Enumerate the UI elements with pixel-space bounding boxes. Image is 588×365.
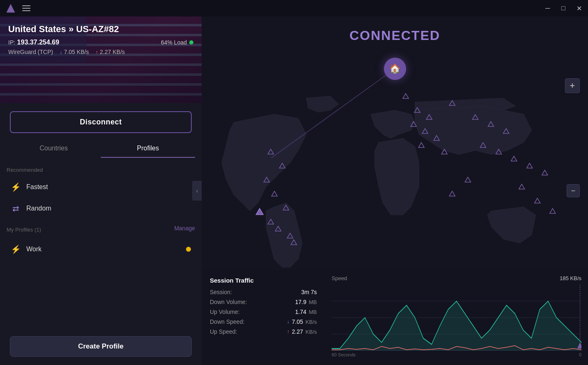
speed-chart-label: Speed: [332, 275, 347, 281]
up-arrow-icon: ↑: [95, 49, 98, 55]
create-profile-button[interactable]: Create Profile: [10, 336, 192, 357]
svg-marker-12: [411, 122, 416, 126]
svg-marker-0: [7, 4, 15, 13]
svg-marker-6: [283, 205, 289, 210]
title-bar: ─ □ ✕: [0, 0, 588, 16]
down-speed-value-container: ↓ 7.05 KB/s: [287, 318, 317, 325]
svg-marker-7: [268, 219, 274, 224]
protocol-label: WireGuard (TCP): [8, 49, 53, 55]
server-title: United States » US-AZ#82: [8, 24, 193, 35]
disconnect-section: Disconnect: [0, 103, 202, 140]
up-speed-label: Up Speed:: [210, 328, 237, 335]
left-panel: United States » US-AZ#82 IP: 193.37.254.…: [0, 16, 202, 365]
speed-chart-header: Speed 185 KB/s: [332, 275, 581, 281]
svg-marker-33: [291, 240, 297, 245]
logo-icon: [5, 2, 16, 14]
zoom-in-button[interactable]: +: [565, 78, 580, 93]
speed-max-value: 185 KB/s: [560, 275, 581, 281]
zoom-out-button[interactable]: −: [567, 184, 580, 197]
close-button[interactable]: ✕: [575, 4, 583, 12]
work-label: Work: [26, 246, 42, 253]
svg-marker-32: [275, 226, 281, 231]
up-speed-value: 2.27 KB/s: [100, 49, 125, 55]
server-marker-as6: [511, 156, 517, 163]
up-speed-arrow-icon: ↑: [287, 329, 289, 335]
session-stats: Session Traffic Session: 3m 7s Down Volu…: [202, 270, 325, 365]
manage-link[interactable]: Manage: [174, 225, 195, 232]
svg-marker-16: [442, 149, 447, 154]
load-dot: [189, 40, 193, 44]
svg-marker-22: [511, 156, 517, 161]
random-item[interactable]: ⇄ Random: [7, 199, 195, 218]
tab-profiles[interactable]: Profiles: [101, 140, 195, 158]
right-panel: CONNECTED 🏠: [202, 16, 588, 365]
session-value: 3m 7s: [301, 289, 317, 295]
svg-marker-2: [268, 149, 274, 154]
down-speed-unit: KB/s: [306, 319, 317, 325]
server-marker-eu7: [418, 142, 425, 150]
up-speed-stat-value: 2.27: [292, 328, 303, 335]
fastest-item[interactable]: ⚡ Fastest: [7, 177, 195, 197]
fastest-label: Fastest: [26, 183, 48, 191]
fastest-icon: ⚡: [11, 182, 21, 192]
title-bar-left: [5, 2, 30, 14]
svg-marker-21: [496, 149, 502, 154]
svg-marker-29: [535, 198, 540, 203]
down-volume-unit: MB: [309, 299, 317, 305]
hamburger-icon[interactable]: [22, 5, 30, 11]
svg-marker-19: [503, 129, 509, 133]
time-60s-label: 60 Seconds: [332, 352, 356, 357]
server-marker-2: [279, 163, 286, 170]
flag-header: United States » US-AZ#82 IP: 193.37.254.…: [0, 16, 202, 103]
svg-marker-10: [414, 108, 420, 112]
svg-marker-4: [264, 177, 270, 182]
chart-area: [332, 285, 581, 351]
up-speed-value-container: ↑ 2.27 KB/s: [287, 328, 317, 335]
svg-marker-13: [422, 129, 428, 133]
svg-marker-15: [418, 143, 424, 147]
server-marker-eu4: [410, 121, 417, 129]
svg-marker-5: [272, 191, 277, 196]
svg-marker-9: [403, 94, 409, 98]
svg-marker-18: [488, 122, 494, 126]
load-label: 64% Load: [161, 39, 187, 46]
maximize-button[interactable]: □: [559, 4, 567, 12]
up-volume-value-container: 1.74 MB: [295, 309, 317, 315]
work-profile-item[interactable]: ⚡ Work: [7, 239, 195, 259]
down-speed-item: ↓ 7.05 KB/s: [60, 49, 89, 55]
svg-marker-27: [449, 191, 455, 196]
svg-marker-37: [332, 301, 581, 351]
session-value-container: 3m 7s: [301, 289, 317, 295]
server-marker-as10: [518, 184, 525, 191]
svg-marker-30: [550, 208, 555, 213]
profiles-header: My Profiles (1) Manage: [7, 220, 195, 236]
session-label: Session:: [210, 289, 232, 295]
speed-chart-svg: [332, 285, 581, 351]
svg-marker-8: [287, 233, 293, 238]
server-marker-as3: [503, 128, 509, 136]
disconnect-button[interactable]: Disconnect: [10, 111, 192, 133]
server-marker-sa2: [291, 239, 297, 247]
tab-countries[interactable]: Countries: [7, 140, 101, 158]
down-volume-row: Down Volume: 17.9 MB: [210, 299, 317, 305]
svg-marker-26: [519, 184, 525, 189]
map-controls: −: [567, 184, 580, 197]
down-arrow-icon: ↓: [60, 49, 63, 55]
main-layout: United States » US-AZ#82 IP: 193.37.254.…: [0, 16, 588, 365]
server-marker-af1: [449, 191, 456, 198]
up-speed-unit: KB/s: [306, 329, 317, 335]
connected-label: CONNECTED: [349, 28, 440, 43]
server-marker-as9: [465, 177, 471, 184]
ip-label: IP:: [8, 39, 15, 46]
collapse-button[interactable]: ‹: [192, 181, 202, 201]
down-speed-label: Down Speed:: [210, 318, 244, 325]
up-volume-label: Up Volume:: [210, 309, 239, 315]
server-marker-eu1: [402, 93, 409, 101]
server-marker-eu2: [414, 107, 421, 115]
minimize-button[interactable]: ─: [544, 4, 552, 12]
server-marker-3: [263, 177, 270, 184]
server-marker-sa1: [275, 226, 281, 233]
server-list[interactable]: Recommended ⚡ Fastest ⇄ Random My Profil…: [0, 161, 202, 331]
work-icon: ⚡: [11, 244, 21, 254]
svg-marker-31: [256, 209, 263, 215]
